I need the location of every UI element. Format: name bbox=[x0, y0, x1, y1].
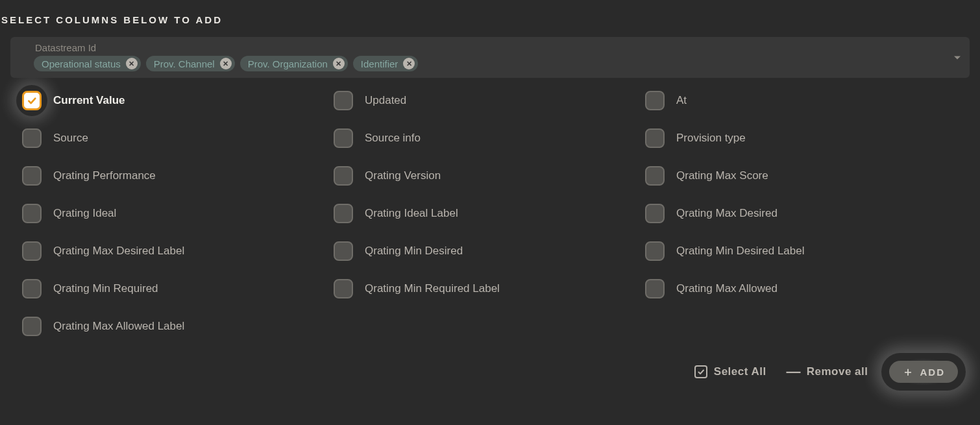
option-label: Qrating Max Desired bbox=[676, 207, 778, 220]
option-item[interactable]: Qrating Ideal Label bbox=[334, 204, 645, 223]
checkbox[interactable] bbox=[22, 91, 42, 110]
option-label: Qrating Max Score bbox=[676, 169, 768, 182]
checkbox[interactable] bbox=[334, 241, 353, 261]
remove-all-label: Remove all bbox=[807, 365, 868, 378]
tags-row: Operational status ✕ Prov. Channel ✕ Pro… bbox=[17, 56, 963, 71]
option-item[interactable]: Qrating Min Required bbox=[22, 279, 334, 298]
option-item[interactable]: Qrating Max Score bbox=[645, 166, 957, 186]
checkbox[interactable] bbox=[22, 128, 42, 148]
option-label: At bbox=[676, 94, 687, 107]
checkbox[interactable] bbox=[334, 128, 353, 148]
option-item[interactable]: Current Value bbox=[22, 91, 334, 110]
checkbox[interactable] bbox=[22, 166, 42, 186]
checkbox[interactable] bbox=[645, 128, 665, 148]
select-all-button[interactable]: Select All bbox=[694, 365, 766, 378]
remove-all-button[interactable]: — Remove all bbox=[787, 365, 868, 378]
option-item[interactable]: Qrating Version bbox=[334, 166, 645, 186]
checkbox[interactable] bbox=[334, 279, 353, 298]
tags-bar[interactable]: Datastream Id Operational status ✕ Prov.… bbox=[10, 37, 970, 78]
tag-label: Prov. Organization bbox=[248, 58, 328, 69]
actions-row: Select All — Remove all ＋ ADD bbox=[0, 343, 980, 383]
checkbox[interactable] bbox=[22, 279, 42, 298]
option-item[interactable]: Qrating Performance bbox=[22, 166, 334, 186]
option-item[interactable]: Qrating Min Required Label bbox=[334, 279, 645, 298]
close-icon[interactable]: ✕ bbox=[220, 58, 232, 69]
option-label: Qrating Ideal bbox=[53, 207, 116, 220]
option-label: Qrating Ideal Label bbox=[365, 207, 458, 220]
checkbox[interactable] bbox=[22, 204, 42, 223]
option-label: Qrating Min Required bbox=[53, 282, 158, 295]
tag-label: Prov. Channel bbox=[154, 58, 215, 69]
option-item[interactable]: Qrating Max Allowed Label bbox=[22, 317, 334, 336]
select-all-icon bbox=[694, 365, 707, 378]
close-icon[interactable]: ✕ bbox=[333, 58, 345, 69]
tag-label: Identifier bbox=[361, 58, 398, 69]
checkbox[interactable] bbox=[645, 279, 665, 298]
close-icon[interactable]: ✕ bbox=[403, 58, 415, 69]
checkbox[interactable] bbox=[334, 166, 353, 186]
checkbox[interactable] bbox=[22, 241, 42, 261]
close-icon[interactable]: ✕ bbox=[126, 58, 138, 69]
option-label: Qrating Performance bbox=[53, 169, 156, 182]
checkbox[interactable] bbox=[645, 241, 665, 261]
option-item[interactable]: Qrating Max Desired Label bbox=[22, 241, 334, 261]
tag-chip[interactable]: Prov. Organization ✕ bbox=[240, 56, 348, 71]
option-item[interactable]: Qrating Max Allowed bbox=[645, 279, 957, 298]
option-label: Provision type bbox=[676, 132, 746, 145]
add-button-label: ADD bbox=[920, 367, 946, 378]
checkbox[interactable] bbox=[334, 91, 353, 110]
plus-icon: ＋ bbox=[902, 366, 915, 378]
add-button[interactable]: ＋ ADD bbox=[889, 361, 959, 383]
checkbox[interactable] bbox=[645, 204, 665, 223]
checkbox[interactable] bbox=[334, 204, 353, 223]
option-item[interactable]: Qrating Max Desired bbox=[645, 204, 957, 223]
option-label: Qrating Max Allowed Label bbox=[53, 320, 184, 333]
page-title: SELECT COLUMNS BELOW TO ADD bbox=[0, 0, 980, 37]
option-item[interactable]: Qrating Min Desired bbox=[334, 241, 645, 261]
option-label: Qrating Max Desired Label bbox=[53, 245, 184, 258]
option-item[interactable]: Qrating Ideal bbox=[22, 204, 334, 223]
tag-chip[interactable]: Prov. Channel ✕ bbox=[146, 56, 235, 71]
option-item[interactable]: Updated bbox=[334, 91, 645, 110]
option-label: Qrating Max Allowed bbox=[676, 282, 778, 295]
option-label: Updated bbox=[365, 94, 406, 107]
select-all-label: Select All bbox=[714, 365, 766, 378]
option-label: Qrating Min Desired bbox=[365, 245, 463, 258]
checkbox[interactable] bbox=[645, 91, 665, 110]
remove-all-icon: — bbox=[787, 365, 800, 378]
option-item[interactable]: Qrating Min Desired Label bbox=[645, 241, 957, 261]
option-label: Source bbox=[53, 132, 88, 145]
option-label: Current Value bbox=[53, 94, 125, 107]
option-item[interactable]: Source bbox=[22, 128, 334, 148]
option-item[interactable]: At bbox=[645, 91, 957, 110]
option-label: Source info bbox=[365, 132, 421, 145]
chevron-down-icon[interactable] bbox=[954, 56, 961, 59]
tag-label: Operational status bbox=[42, 58, 121, 69]
option-item[interactable]: Provision type bbox=[645, 128, 957, 148]
tag-chip[interactable]: Operational status ✕ bbox=[34, 56, 141, 71]
options-grid: Current Value Updated At Source Source i… bbox=[0, 78, 980, 343]
checkbox[interactable] bbox=[22, 317, 42, 336]
check-icon bbox=[27, 95, 37, 106]
option-label: Qrating Version bbox=[365, 169, 441, 182]
tag-chip[interactable]: Identifier ✕ bbox=[353, 56, 419, 71]
checkbox[interactable] bbox=[645, 166, 665, 186]
option-label: Qrating Min Required Label bbox=[365, 282, 500, 295]
option-label: Qrating Min Desired Label bbox=[676, 245, 804, 258]
option-item[interactable]: Source info bbox=[334, 128, 645, 148]
tags-bar-label: Datastream Id bbox=[17, 41, 963, 56]
